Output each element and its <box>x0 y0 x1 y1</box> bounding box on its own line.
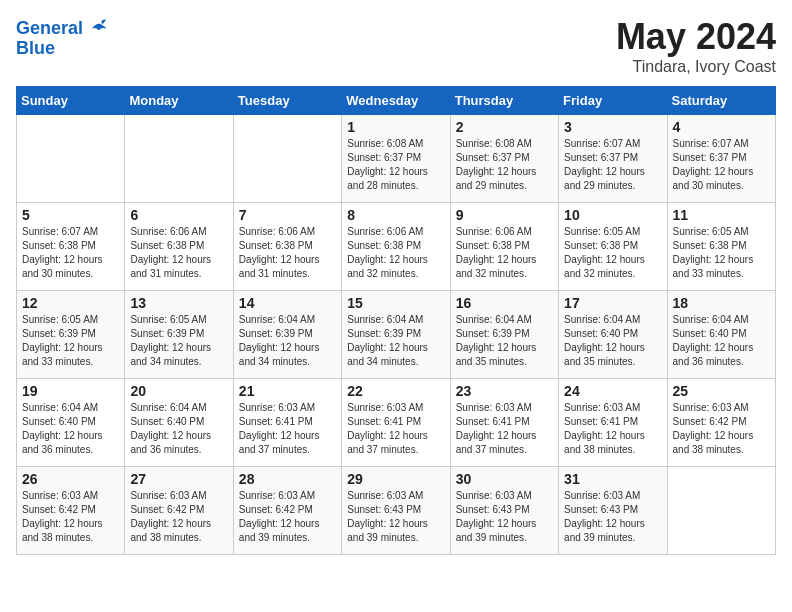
day-info: Sunrise: 6:03 AM Sunset: 6:42 PM Dayligh… <box>239 489 336 545</box>
day-number: 14 <box>239 295 336 311</box>
day-header-tuesday: Tuesday <box>233 87 341 115</box>
week-row-5: 26Sunrise: 6:03 AM Sunset: 6:42 PM Dayli… <box>17 467 776 555</box>
day-number: 30 <box>456 471 553 487</box>
day-number: 31 <box>564 471 661 487</box>
calendar-cell: 13Sunrise: 6:05 AM Sunset: 6:39 PM Dayli… <box>125 291 233 379</box>
day-number: 23 <box>456 383 553 399</box>
main-title: May 2024 <box>616 16 776 58</box>
day-number: 20 <box>130 383 227 399</box>
day-info: Sunrise: 6:04 AM Sunset: 6:40 PM Dayligh… <box>564 313 661 369</box>
day-number: 16 <box>456 295 553 311</box>
calendar-cell: 27Sunrise: 6:03 AM Sunset: 6:42 PM Dayli… <box>125 467 233 555</box>
day-info: Sunrise: 6:04 AM Sunset: 6:40 PM Dayligh… <box>22 401 119 457</box>
logo-line2: Blue <box>16 39 108 59</box>
calendar-cell: 16Sunrise: 6:04 AM Sunset: 6:39 PM Dayli… <box>450 291 558 379</box>
day-number: 15 <box>347 295 444 311</box>
day-number: 7 <box>239 207 336 223</box>
day-info: Sunrise: 6:03 AM Sunset: 6:43 PM Dayligh… <box>564 489 661 545</box>
header-row: SundayMondayTuesdayWednesdayThursdayFrid… <box>17 87 776 115</box>
week-row-2: 5Sunrise: 6:07 AM Sunset: 6:38 PM Daylig… <box>17 203 776 291</box>
day-info: Sunrise: 6:06 AM Sunset: 6:38 PM Dayligh… <box>456 225 553 281</box>
calendar-cell: 14Sunrise: 6:04 AM Sunset: 6:39 PM Dayli… <box>233 291 341 379</box>
calendar-cell: 4Sunrise: 6:07 AM Sunset: 6:37 PM Daylig… <box>667 115 775 203</box>
day-number: 12 <box>22 295 119 311</box>
day-info: Sunrise: 6:03 AM Sunset: 6:42 PM Dayligh… <box>22 489 119 545</box>
day-number: 19 <box>22 383 119 399</box>
calendar-cell: 5Sunrise: 6:07 AM Sunset: 6:38 PM Daylig… <box>17 203 125 291</box>
day-header-monday: Monday <box>125 87 233 115</box>
day-number: 1 <box>347 119 444 135</box>
header: General Blue May 2024 Tindara, Ivory Coa… <box>16 16 776 76</box>
day-number: 5 <box>22 207 119 223</box>
day-number: 6 <box>130 207 227 223</box>
calendar-cell: 18Sunrise: 6:04 AM Sunset: 6:40 PM Dayli… <box>667 291 775 379</box>
day-header-sunday: Sunday <box>17 87 125 115</box>
day-info: Sunrise: 6:03 AM Sunset: 6:41 PM Dayligh… <box>456 401 553 457</box>
day-number: 3 <box>564 119 661 135</box>
day-number: 22 <box>347 383 444 399</box>
day-number: 10 <box>564 207 661 223</box>
day-number: 26 <box>22 471 119 487</box>
day-info: Sunrise: 6:05 AM Sunset: 6:39 PM Dayligh… <box>22 313 119 369</box>
logo-text: General <box>16 16 108 39</box>
day-number: 13 <box>130 295 227 311</box>
week-row-3: 12Sunrise: 6:05 AM Sunset: 6:39 PM Dayli… <box>17 291 776 379</box>
day-info: Sunrise: 6:07 AM Sunset: 6:37 PM Dayligh… <box>673 137 770 193</box>
day-number: 25 <box>673 383 770 399</box>
day-info: Sunrise: 6:03 AM Sunset: 6:43 PM Dayligh… <box>347 489 444 545</box>
logo-bird-icon <box>90 16 108 34</box>
calendar-cell: 3Sunrise: 6:07 AM Sunset: 6:37 PM Daylig… <box>559 115 667 203</box>
day-number: 18 <box>673 295 770 311</box>
day-number: 4 <box>673 119 770 135</box>
day-info: Sunrise: 6:08 AM Sunset: 6:37 PM Dayligh… <box>456 137 553 193</box>
calendar-cell: 26Sunrise: 6:03 AM Sunset: 6:42 PM Dayli… <box>17 467 125 555</box>
calendar-cell: 20Sunrise: 6:04 AM Sunset: 6:40 PM Dayli… <box>125 379 233 467</box>
day-number: 27 <box>130 471 227 487</box>
calendar-table: SundayMondayTuesdayWednesdayThursdayFrid… <box>16 86 776 555</box>
title-area: May 2024 Tindara, Ivory Coast <box>616 16 776 76</box>
calendar-cell: 10Sunrise: 6:05 AM Sunset: 6:38 PM Dayli… <box>559 203 667 291</box>
day-info: Sunrise: 6:03 AM Sunset: 6:41 PM Dayligh… <box>347 401 444 457</box>
day-number: 2 <box>456 119 553 135</box>
calendar-cell: 12Sunrise: 6:05 AM Sunset: 6:39 PM Dayli… <box>17 291 125 379</box>
calendar-cell: 30Sunrise: 6:03 AM Sunset: 6:43 PM Dayli… <box>450 467 558 555</box>
calendar-cell: 24Sunrise: 6:03 AM Sunset: 6:41 PM Dayli… <box>559 379 667 467</box>
day-info: Sunrise: 6:04 AM Sunset: 6:40 PM Dayligh… <box>673 313 770 369</box>
day-header-wednesday: Wednesday <box>342 87 450 115</box>
calendar-cell: 2Sunrise: 6:08 AM Sunset: 6:37 PM Daylig… <box>450 115 558 203</box>
calendar-cell: 19Sunrise: 6:04 AM Sunset: 6:40 PM Dayli… <box>17 379 125 467</box>
day-header-thursday: Thursday <box>450 87 558 115</box>
day-info: Sunrise: 6:04 AM Sunset: 6:39 PM Dayligh… <box>239 313 336 369</box>
calendar-cell: 8Sunrise: 6:06 AM Sunset: 6:38 PM Daylig… <box>342 203 450 291</box>
calendar-cell: 17Sunrise: 6:04 AM Sunset: 6:40 PM Dayli… <box>559 291 667 379</box>
calendar-cell <box>17 115 125 203</box>
calendar-cell: 11Sunrise: 6:05 AM Sunset: 6:38 PM Dayli… <box>667 203 775 291</box>
calendar-cell: 15Sunrise: 6:04 AM Sunset: 6:39 PM Dayli… <box>342 291 450 379</box>
day-info: Sunrise: 6:04 AM Sunset: 6:39 PM Dayligh… <box>347 313 444 369</box>
day-number: 8 <box>347 207 444 223</box>
day-info: Sunrise: 6:05 AM Sunset: 6:38 PM Dayligh… <box>673 225 770 281</box>
day-info: Sunrise: 6:04 AM Sunset: 6:39 PM Dayligh… <box>456 313 553 369</box>
day-number: 21 <box>239 383 336 399</box>
subtitle: Tindara, Ivory Coast <box>616 58 776 76</box>
day-info: Sunrise: 6:06 AM Sunset: 6:38 PM Dayligh… <box>239 225 336 281</box>
day-info: Sunrise: 6:06 AM Sunset: 6:38 PM Dayligh… <box>130 225 227 281</box>
calendar-cell: 28Sunrise: 6:03 AM Sunset: 6:42 PM Dayli… <box>233 467 341 555</box>
day-info: Sunrise: 6:06 AM Sunset: 6:38 PM Dayligh… <box>347 225 444 281</box>
calendar-cell: 31Sunrise: 6:03 AM Sunset: 6:43 PM Dayli… <box>559 467 667 555</box>
day-info: Sunrise: 6:08 AM Sunset: 6:37 PM Dayligh… <box>347 137 444 193</box>
day-info: Sunrise: 6:03 AM Sunset: 6:42 PM Dayligh… <box>673 401 770 457</box>
calendar-cell: 7Sunrise: 6:06 AM Sunset: 6:38 PM Daylig… <box>233 203 341 291</box>
calendar-cell <box>125 115 233 203</box>
day-header-friday: Friday <box>559 87 667 115</box>
calendar-cell: 9Sunrise: 6:06 AM Sunset: 6:38 PM Daylig… <box>450 203 558 291</box>
calendar-cell: 22Sunrise: 6:03 AM Sunset: 6:41 PM Dayli… <box>342 379 450 467</box>
day-info: Sunrise: 6:07 AM Sunset: 6:38 PM Dayligh… <box>22 225 119 281</box>
day-number: 29 <box>347 471 444 487</box>
calendar-cell: 23Sunrise: 6:03 AM Sunset: 6:41 PM Dayli… <box>450 379 558 467</box>
calendar-cell: 25Sunrise: 6:03 AM Sunset: 6:42 PM Dayli… <box>667 379 775 467</box>
day-number: 9 <box>456 207 553 223</box>
day-info: Sunrise: 6:07 AM Sunset: 6:37 PM Dayligh… <box>564 137 661 193</box>
calendar-cell: 1Sunrise: 6:08 AM Sunset: 6:37 PM Daylig… <box>342 115 450 203</box>
day-info: Sunrise: 6:03 AM Sunset: 6:41 PM Dayligh… <box>239 401 336 457</box>
